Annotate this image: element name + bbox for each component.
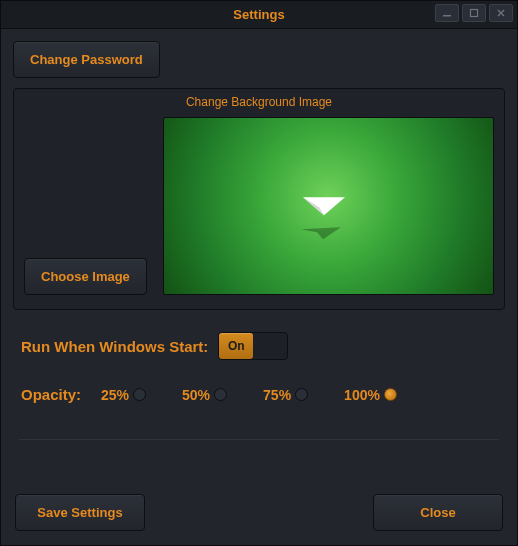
minimize-icon [442, 8, 452, 18]
svg-rect-0 [443, 15, 451, 17]
divider [19, 439, 499, 440]
maximize-icon [469, 8, 479, 18]
paper-plane-icon [283, 177, 373, 251]
save-settings-button[interactable]: Save Settings [15, 494, 145, 531]
opacity-label: Opacity: [21, 386, 81, 403]
autostart-label: Run When Windows Start: [21, 338, 208, 355]
settings-window: Settings Change Password Change Backgrou… [0, 0, 518, 546]
titlebar: Settings [1, 1, 517, 29]
close-button[interactable]: Close [373, 494, 503, 531]
svg-marker-2 [303, 197, 345, 215]
opacity-option-label: 50% [182, 387, 210, 403]
content-area: Change Password Change Background Image … [1, 29, 517, 452]
svg-marker-4 [301, 227, 341, 239]
minimize-button[interactable] [435, 4, 459, 22]
toggle-on-label: On [219, 333, 253, 359]
opacity-option-label: 100% [344, 387, 380, 403]
radio-icon [384, 388, 397, 401]
svg-rect-1 [471, 10, 478, 17]
close-icon [496, 8, 506, 18]
close-window-button[interactable] [489, 4, 513, 22]
opacity-option-label: 75% [263, 387, 291, 403]
radio-icon [214, 388, 227, 401]
footer: Save Settings Close [15, 494, 503, 531]
background-preview [163, 117, 494, 295]
opacity-option-25[interactable]: 25% [101, 387, 146, 403]
opacity-option-label: 25% [101, 387, 129, 403]
opacity-option-50[interactable]: 50% [182, 387, 227, 403]
autostart-row: Run When Windows Start: On [13, 332, 505, 360]
window-title: Settings [233, 7, 284, 22]
toggle-off-side [253, 333, 287, 359]
radio-icon [133, 388, 146, 401]
radio-icon [295, 388, 308, 401]
bg-row: Choose Image [24, 117, 494, 295]
opacity-option-75[interactable]: 75% [263, 387, 308, 403]
opacity-row: Opacity: 25%50%75%100% [13, 386, 505, 403]
window-controls [435, 4, 513, 22]
change-password-button[interactable]: Change Password [13, 41, 160, 78]
choose-image-button[interactable]: Choose Image [24, 258, 147, 295]
maximize-button[interactable] [462, 4, 486, 22]
opacity-option-100[interactable]: 100% [344, 387, 397, 403]
bg-section-title: Change Background Image [24, 95, 494, 109]
autostart-toggle[interactable]: On [218, 332, 288, 360]
background-image-section: Change Background Image Choose Image [13, 88, 505, 310]
